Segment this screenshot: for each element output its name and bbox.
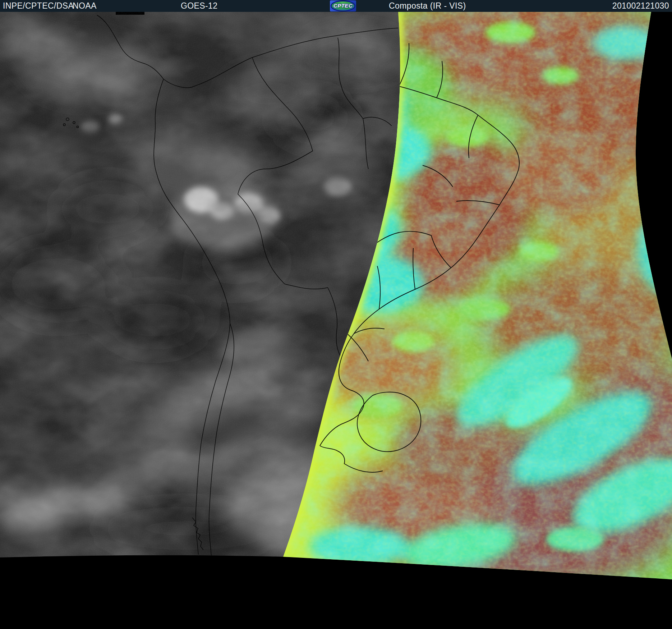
cptec-logo-text: CPTEC — [330, 0, 356, 12]
header-bar: INPE/CPTEC/DSA NOAA GOES-12 Composta (IR… — [0, 0, 672, 12]
cptec-logo: CPTEC — [330, 0, 356, 12]
satellite-label: GOES-12 — [181, 0, 218, 12]
film-grain — [0, 12, 672, 583]
satellite-viewer: INPE/CPTEC/DSA NOAA GOES-12 Composta (IR… — [0, 0, 672, 629]
noaa-label: NOAA — [73, 0, 97, 12]
timestamp-label: 201002121030 — [612, 0, 669, 12]
satellite-scene — [0, 0, 672, 629]
product-label: Composta (IR - VIS) — [389, 0, 466, 12]
agency-label: INPE/CPTEC/DSA — [3, 0, 74, 12]
